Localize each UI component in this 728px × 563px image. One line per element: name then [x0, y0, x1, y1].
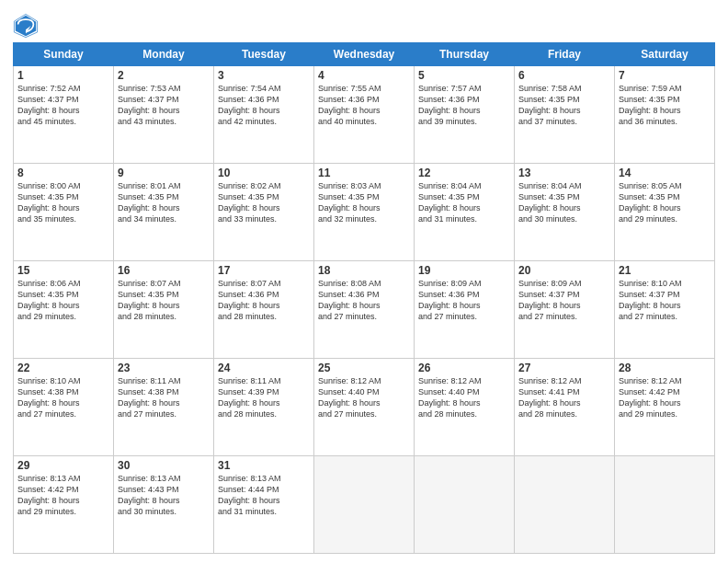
- day-number: 4: [318, 69, 410, 82]
- day-number: 18: [318, 264, 410, 277]
- calendar-cell: 29Sunrise: 8:13 AMSunset: 4:42 PMDayligh…: [14, 456, 114, 554]
- calendar-cell: 13Sunrise: 8:04 AMSunset: 4:35 PMDayligh…: [515, 164, 615, 261]
- cell-content: Sunrise: 8:00 AMSunset: 4:35 PMDaylight:…: [17, 180, 109, 225]
- day-number: 24: [218, 362, 310, 374]
- calendar-cell: 6Sunrise: 7:58 AMSunset: 4:35 PMDaylight…: [515, 66, 615, 164]
- calendar-cell: 5Sunrise: 7:57 AMSunset: 4:36 PMDaylight…: [415, 66, 515, 164]
- cell-content: Sunrise: 8:08 AMSunset: 4:36 PMDaylight:…: [318, 278, 410, 323]
- calendar-cell: 9Sunrise: 8:01 AMSunset: 4:35 PMDaylight…: [114, 164, 214, 261]
- calendar-cell: 10Sunrise: 8:02 AMSunset: 4:35 PMDayligh…: [214, 164, 314, 261]
- day-number: 1: [17, 69, 109, 82]
- logo-icon: [13, 13, 39, 39]
- calendar-cell: 27Sunrise: 8:12 AMSunset: 4:41 PMDayligh…: [515, 359, 615, 456]
- calendar-cell: 11Sunrise: 8:03 AMSunset: 4:35 PMDayligh…: [314, 164, 415, 261]
- calendar-cell: 30Sunrise: 8:13 AMSunset: 4:43 PMDayligh…: [114, 456, 214, 554]
- day-number: 7: [619, 69, 711, 82]
- day-number: 22: [17, 362, 109, 374]
- cell-content: Sunrise: 7:52 AMSunset: 4:37 PMDaylight:…: [17, 83, 109, 128]
- cell-content: Sunrise: 8:04 AMSunset: 4:35 PMDaylight:…: [418, 180, 510, 225]
- page: SundayMondayTuesdayWednesdayThursdayFrid…: [0, 0, 728, 563]
- cell-content: Sunrise: 8:07 AMSunset: 4:35 PMDaylight:…: [118, 278, 210, 323]
- calendar-cell: 18Sunrise: 8:08 AMSunset: 4:36 PMDayligh…: [314, 261, 415, 359]
- calendar-cell: 1Sunrise: 7:52 AMSunset: 4:37 PMDaylight…: [14, 66, 114, 164]
- calendar-cell: [415, 456, 515, 554]
- calendar-cell: 3Sunrise: 7:54 AMSunset: 4:36 PMDaylight…: [214, 66, 314, 164]
- week-row-4: 22Sunrise: 8:10 AMSunset: 4:38 PMDayligh…: [14, 359, 715, 456]
- calendar-cell: 22Sunrise: 8:10 AMSunset: 4:38 PMDayligh…: [14, 359, 114, 456]
- cell-content: Sunrise: 8:10 AMSunset: 4:38 PMDaylight:…: [17, 375, 109, 420]
- day-number: 17: [218, 264, 310, 277]
- header-day-saturday: Saturday: [615, 43, 715, 66]
- day-number: 16: [118, 264, 210, 277]
- week-row-3: 15Sunrise: 8:06 AMSunset: 4:35 PMDayligh…: [14, 261, 715, 359]
- calendar-cell: 25Sunrise: 8:12 AMSunset: 4:40 PMDayligh…: [314, 359, 415, 456]
- cell-content: Sunrise: 7:54 AMSunset: 4:36 PMDaylight:…: [218, 83, 310, 128]
- calendar-cell: 15Sunrise: 8:06 AMSunset: 4:35 PMDayligh…: [14, 261, 114, 359]
- calendar-cell: 8Sunrise: 8:00 AMSunset: 4:35 PMDaylight…: [14, 164, 114, 261]
- day-number: 8: [17, 167, 109, 179]
- day-number: 10: [218, 167, 310, 179]
- cell-content: Sunrise: 8:13 AMSunset: 4:42 PMDaylight:…: [17, 473, 109, 518]
- calendar-cell: 20Sunrise: 8:09 AMSunset: 4:37 PMDayligh…: [515, 261, 615, 359]
- cell-content: Sunrise: 8:09 AMSunset: 4:37 PMDaylight:…: [518, 278, 610, 323]
- day-number: 6: [518, 69, 610, 82]
- header-day-thursday: Thursday: [415, 43, 515, 66]
- day-number: 9: [118, 167, 210, 179]
- day-number: 2: [118, 69, 210, 82]
- calendar-cell: [314, 456, 415, 554]
- cell-content: Sunrise: 8:06 AMSunset: 4:35 PMDaylight:…: [17, 278, 109, 323]
- cell-content: Sunrise: 8:09 AMSunset: 4:36 PMDaylight:…: [418, 278, 510, 323]
- header-row: SundayMondayTuesdayWednesdayThursdayFrid…: [14, 43, 715, 66]
- header-day-friday: Friday: [515, 43, 615, 66]
- day-number: 19: [418, 264, 510, 277]
- calendar-cell: 21Sunrise: 8:10 AMSunset: 4:37 PMDayligh…: [615, 261, 715, 359]
- calendar-cell: 14Sunrise: 8:05 AMSunset: 4:35 PMDayligh…: [615, 164, 715, 261]
- calendar-cell: 24Sunrise: 8:11 AMSunset: 4:39 PMDayligh…: [214, 359, 314, 456]
- week-row-1: 1Sunrise: 7:52 AMSunset: 4:37 PMDaylight…: [14, 66, 715, 164]
- calendar-cell: 7Sunrise: 7:59 AMSunset: 4:35 PMDaylight…: [615, 66, 715, 164]
- cell-content: Sunrise: 8:04 AMSunset: 4:35 PMDaylight:…: [518, 180, 610, 225]
- cell-content: Sunrise: 8:12 AMSunset: 4:42 PMDaylight:…: [619, 375, 711, 420]
- week-row-5: 29Sunrise: 8:13 AMSunset: 4:42 PMDayligh…: [14, 456, 715, 554]
- cell-content: Sunrise: 8:12 AMSunset: 4:40 PMDaylight:…: [318, 375, 410, 420]
- day-number: 27: [518, 362, 610, 374]
- calendar-cell: 28Sunrise: 8:12 AMSunset: 4:42 PMDayligh…: [615, 359, 715, 456]
- day-number: 28: [619, 362, 711, 374]
- calendar-table: SundayMondayTuesdayWednesdayThursdayFrid…: [13, 42, 715, 554]
- cell-content: Sunrise: 8:01 AMSunset: 4:35 PMDaylight:…: [118, 180, 210, 225]
- calendar-cell: 17Sunrise: 8:07 AMSunset: 4:36 PMDayligh…: [214, 261, 314, 359]
- header: [13, 9, 715, 39]
- day-number: 12: [418, 167, 510, 179]
- cell-content: Sunrise: 8:12 AMSunset: 4:40 PMDaylight:…: [418, 375, 510, 420]
- day-number: 25: [318, 362, 410, 374]
- cell-content: Sunrise: 8:12 AMSunset: 4:41 PMDaylight:…: [518, 375, 610, 420]
- day-number: 20: [518, 264, 610, 277]
- calendar-cell: 26Sunrise: 8:12 AMSunset: 4:40 PMDayligh…: [415, 359, 515, 456]
- calendar-cell: 19Sunrise: 8:09 AMSunset: 4:36 PMDayligh…: [415, 261, 515, 359]
- calendar-cell: 2Sunrise: 7:53 AMSunset: 4:37 PMDaylight…: [114, 66, 214, 164]
- day-number: 29: [17, 459, 109, 472]
- calendar-cell: 31Sunrise: 8:13 AMSunset: 4:44 PMDayligh…: [214, 456, 314, 554]
- cell-content: Sunrise: 8:11 AMSunset: 4:38 PMDaylight:…: [118, 375, 210, 420]
- calendar-cell: [515, 456, 615, 554]
- day-number: 21: [619, 264, 711, 277]
- header-day-wednesday: Wednesday: [314, 43, 415, 66]
- cell-content: Sunrise: 8:10 AMSunset: 4:37 PMDaylight:…: [619, 278, 711, 323]
- cell-content: Sunrise: 7:57 AMSunset: 4:36 PMDaylight:…: [418, 83, 510, 128]
- day-number: 15: [17, 264, 109, 277]
- day-number: 5: [418, 69, 510, 82]
- day-number: 14: [619, 167, 711, 179]
- day-number: 31: [218, 459, 310, 472]
- calendar-cell: [615, 456, 715, 554]
- cell-content: Sunrise: 8:07 AMSunset: 4:36 PMDaylight:…: [218, 278, 310, 323]
- day-number: 23: [118, 362, 210, 374]
- logo: [13, 13, 42, 39]
- cell-content: Sunrise: 7:58 AMSunset: 4:35 PMDaylight:…: [518, 83, 610, 128]
- calendar-cell: 16Sunrise: 8:07 AMSunset: 4:35 PMDayligh…: [114, 261, 214, 359]
- header-day-tuesday: Tuesday: [214, 43, 314, 66]
- calendar-cell: 12Sunrise: 8:04 AMSunset: 4:35 PMDayligh…: [415, 164, 515, 261]
- cell-content: Sunrise: 8:05 AMSunset: 4:35 PMDaylight:…: [619, 180, 711, 225]
- cell-content: Sunrise: 8:11 AMSunset: 4:39 PMDaylight:…: [218, 375, 310, 420]
- week-row-2: 8Sunrise: 8:00 AMSunset: 4:35 PMDaylight…: [14, 164, 715, 261]
- cell-content: Sunrise: 8:13 AMSunset: 4:44 PMDaylight:…: [218, 473, 310, 518]
